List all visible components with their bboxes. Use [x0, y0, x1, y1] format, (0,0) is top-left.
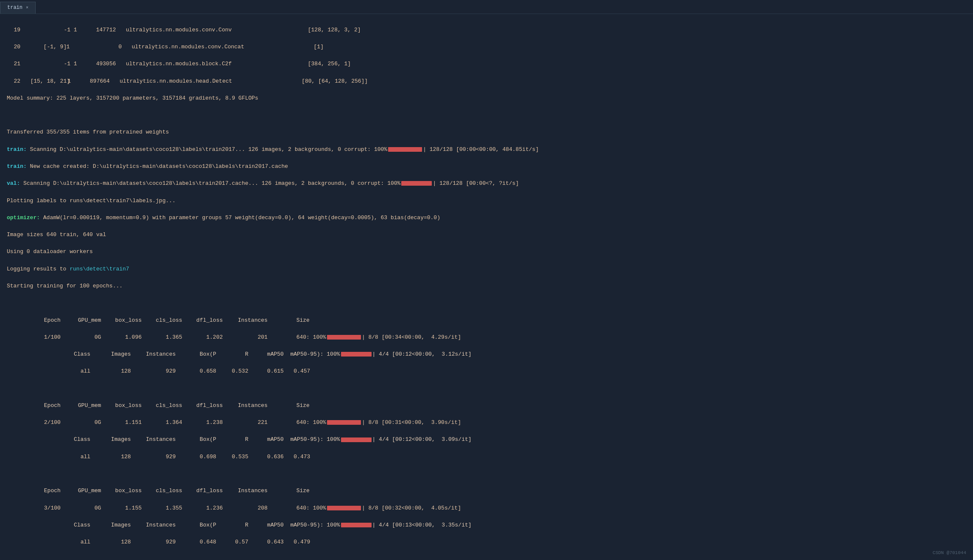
line-plotting: Plotting labels to runs\detect\train7\la…	[7, 197, 966, 205]
line-starting: Starting training for 100 epochs...	[7, 282, 966, 290]
line-row-21: 21 -1 1 493056 ultralytics.nn.modules.bl…	[7, 60, 966, 68]
tab-bar: train ×	[0, 0, 973, 14]
line-train-scan: train: Scanning D:\ultralytics-main\data…	[7, 145, 966, 154]
class-header-1: Class Images Instances Box(P R mAP50 mAP…	[7, 350, 966, 359]
tab-close-icon[interactable]: ×	[26, 5, 28, 11]
epoch-row-2: 2/100 0G 1.151 1.364 1.238 221 640: 100%…	[7, 418, 966, 427]
line-blank-1	[7, 111, 966, 120]
class-header-3: Class Images Instances Box(P R mAP50 mAP…	[7, 521, 966, 529]
epoch-header-1: Epoch GPU_mem box_loss cls_loss dfl_loss…	[7, 316, 966, 325]
epoch-header-2: Epoch GPU_mem box_loss cls_loss dfl_loss…	[7, 401, 966, 410]
class-row-1: all 128 929 0.658 0.532 0.615 0.457	[7, 367, 966, 376]
line-blank-4	[7, 470, 966, 478]
line-transferred: Transferred 355/355 items from pretraine…	[7, 128, 966, 137]
line-val-scan: val: Scanning D:\ultralytics-main\datase…	[7, 179, 966, 188]
epoch-row-3: 3/100 0G 1.155 1.355 1.236 208 640: 100%…	[7, 504, 966, 513]
line-train-cache: train: New cache created: D:\ultralytics…	[7, 162, 966, 171]
line-dataloader: Using 0 dataloader workers	[7, 248, 966, 256]
line-row-19: 19 -1 1 147712 ultralytics.nn.modules.co…	[7, 26, 966, 34]
tab-label: train	[7, 4, 22, 12]
train-tab[interactable]: train ×	[0, 2, 36, 14]
line-row-22: 22 [15, 18, 21] 1 897664 ultralytics.nn.…	[7, 77, 966, 86]
line-logging: Logging results to runs\detect\train7	[7, 265, 966, 273]
line-optimizer: optimizer: AdamW(lr=0.000119, momentum=0…	[7, 214, 966, 222]
class-row-2: all 128 929 0.698 0.535 0.636 0.473	[7, 453, 966, 461]
line-blank-3	[7, 384, 966, 393]
line-image-sizes: Image sizes 640 train, 640 val	[7, 231, 966, 239]
line-blank-2	[7, 299, 966, 307]
line-blank-5	[7, 555, 966, 560]
line-model-summary: Model summary: 225 layers, 3157200 param…	[7, 94, 966, 103]
line-row-20: 20 [-1, 9] 1 0 ultralytics.nn.modules.co…	[7, 43, 966, 51]
watermark: CSDN @701044	[933, 549, 966, 557]
class-header-2: Class Images Instances Box(P R mAP50 mAP…	[7, 435, 966, 444]
class-row-3: all 128 929 0.648 0.57 0.643 0.479	[7, 538, 966, 546]
terminal-output: 19 -1 1 147712 ultralytics.nn.modules.co…	[0, 14, 973, 560]
epoch-row-1: 1/100 0G 1.096 1.365 1.202 201 640: 100%…	[7, 333, 966, 342]
epoch-header-3: Epoch GPU_mem box_loss cls_loss dfl_loss…	[7, 487, 966, 495]
